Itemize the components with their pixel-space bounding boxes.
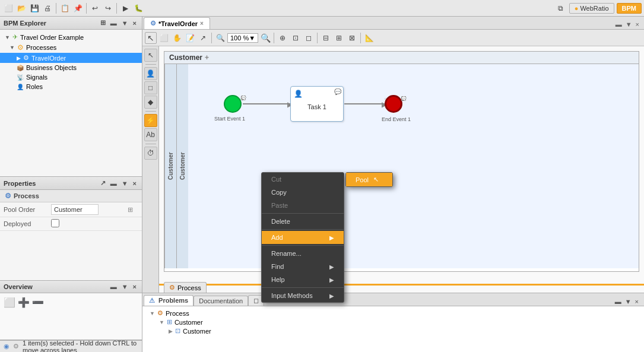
toolbar-undo[interactable]: ↩ [89,2,101,14]
toolbar-paste[interactable]: 📌 [72,2,84,14]
layout-auto[interactable]: 📐 [363,32,375,44]
zoom-fit[interactable]: ⊕ [277,32,288,44]
ctx-sep2 [262,229,344,230]
start-event[interactable]: Start Event 1 💬 [224,95,242,113]
travelorder-label: TravelOrder [31,55,66,62]
zoom-out[interactable]: 🔍 [214,32,226,44]
toolbar-redo[interactable]: ↪ [102,2,114,14]
tree-processes[interactable]: ▼ ⚙ Processes [0,42,142,53]
tab-bar-close[interactable]: × [635,20,640,29]
task1[interactable]: 💬 👤 Task 1 [290,86,344,122]
tab-bar-menu[interactable]: ▼ [624,20,633,29]
zoom-page[interactable]: ⊡ [290,32,302,44]
bottom-panel-collapse[interactable]: ▬ [613,297,623,306]
bottom-process-chevron: ▼ [150,310,155,316]
palette-event[interactable]: 👤 [144,67,157,80]
select-tool[interactable]: ↖ [145,32,157,44]
bpm-explorer-close[interactable]: × [131,19,138,27]
ctx-find[interactable]: Find ▶ [262,260,344,273]
pool-order-icon[interactable]: ⊞ [128,206,133,213]
tree-travelorder[interactable]: ▶ ⚙ TravelOrder [0,53,142,63]
note-tool[interactable]: 📝 [184,32,196,44]
lane-area: Customer Customer Start Event 1 [164,64,639,268]
zoom-in[interactable]: 🔍 [259,32,271,44]
lane-content[interactable]: Start Event 1 💬 ▶ ○ [188,64,639,268]
ctx-paste[interactable]: Paste [262,199,344,212]
problems-tab[interactable]: ⚠ Problems [144,295,193,306]
add-lane-btn[interactable]: + [205,53,209,62]
toolbar-save[interactable]: 💾 [28,2,40,14]
deployed-checkbox[interactable] [51,219,59,227]
select-box-tool[interactable]: ⬜ [158,32,170,44]
process-tab-label[interactable]: ⚙ Process [164,282,207,293]
ctx-help[interactable]: Help ▶ [262,273,344,286]
canvas[interactable]: Customer + Customer Customer [159,46,644,293]
bottom-customer2-item[interactable]: ▶ ⊡ Customer [147,326,639,335]
properties-menu[interactable]: ▼ [120,179,130,188]
ctx-help-arrow: ▶ [329,277,334,283]
palette-text[interactable]: Ab [144,128,157,141]
bpm-explorer-new[interactable]: ⊞ [99,18,107,27]
zoom-value: 100 % [230,34,249,42]
tab-bar-collapse[interactable]: ▬ [614,20,623,29]
toolbar-run[interactable]: ▶ [119,2,131,14]
toolbar-print[interactable]: 🖨 [42,2,53,14]
pool-submenu-pool[interactable]: Pool ↖ [346,173,392,186]
layout-grid[interactable]: ⊠ [346,32,358,44]
deployed-extra [124,217,142,231]
tree-roles[interactable]: 👤 Roles [0,82,142,91]
layout-v[interactable]: ⊞ [333,32,345,44]
tree-root[interactable]: ▼ ✈ Travel Order Example [0,32,142,42]
processes-label: Processes [26,44,56,51]
zoom-page2[interactable]: ◻ [303,32,315,44]
overview-icon3[interactable]: ➖ [32,297,44,308]
end-event[interactable]: End Event 1 💬 [385,95,402,113]
bottom-customer1-item[interactable]: ▼ ⊞ Customer [147,318,639,326]
properties-collapse[interactable]: ▬ [109,179,119,188]
ctx-input-methods[interactable]: Input Methods ▶ [262,289,344,302]
ctx-rename[interactable]: Rename... [262,247,344,260]
tree-signals[interactable]: 📡 Signals [0,72,142,82]
overview-collapse[interactable]: ▬ [109,283,119,291]
ctx-delete-label: Delete [271,218,290,225]
overview-icon1[interactable]: ⬜ [4,297,15,308]
palette-task[interactable]: □ [144,81,157,94]
editor-sep1 [211,33,212,43]
toolbar-debug[interactable]: 🐛 [132,2,144,14]
overview-icon2[interactable]: ➕ [18,297,30,308]
pool-order-label: Pool Order [0,202,47,217]
bottom-process-item[interactable]: ▼ ⚙ Process [147,309,639,318]
travel-order-tab[interactable]: ⚙ *TravelOrder × [144,17,210,29]
properties-nav[interactable]: ↗ [99,179,107,188]
palette-timer[interactable]: ⏱ [144,147,157,160]
bottom-panel-close[interactable]: × [633,297,640,306]
overview-close[interactable]: × [131,283,138,291]
palette-active[interactable]: ⚡ [144,114,157,127]
bpm-explorer-menu[interactable]: ▼ [120,19,130,27]
palette-pointer[interactable]: ↖ [144,49,157,62]
documentation-tab[interactable]: Documentation [193,296,248,306]
editor-sep3 [317,33,318,43]
zoom-arrow[interactable]: ▼ [249,34,255,42]
layout-h[interactable]: ⊟ [320,32,332,44]
bottom-panel-menu[interactable]: ▼ [623,297,633,306]
properties-close[interactable]: × [131,179,138,188]
ctx-add[interactable]: Add ▶ [262,231,344,244]
palette-gateway[interactable]: ◆ [144,96,157,109]
toolbar-open[interactable]: 📂 [15,2,27,14]
pan-tool[interactable]: ✋ [171,32,183,44]
bpm-explorer-collapse[interactable]: ▬ [109,19,119,27]
toolbar-window[interactable]: ⧉ [555,2,567,14]
tab-close-btn[interactable]: × [200,20,204,27]
overview-menu[interactable]: ▼ [120,283,130,291]
tree-business-objects[interactable]: 📦 Business Objects [0,63,142,72]
toolbar-copy[interactable]: 📋 [59,2,71,14]
pool-order-input[interactable] [51,204,99,215]
connect-tool[interactable]: ↗ [197,32,209,44]
ctx-cut[interactable]: Cut [262,173,344,186]
bpm-explorer-header: BPM Explorer ⊞ ▬ ▼ × [0,17,142,30]
ctx-copy[interactable]: Copy [262,186,344,199]
toolbar-new[interactable]: ⬜ [2,2,14,14]
editor-toolbar: ↖ ⬜ ✋ 📝 ↗ 🔍 100 % ▼ 🔍 ⊕ ⊡ ◻ ⊟ ⊞ ⊠ 📐 [142,30,644,46]
ctx-delete[interactable]: Delete [262,215,344,228]
